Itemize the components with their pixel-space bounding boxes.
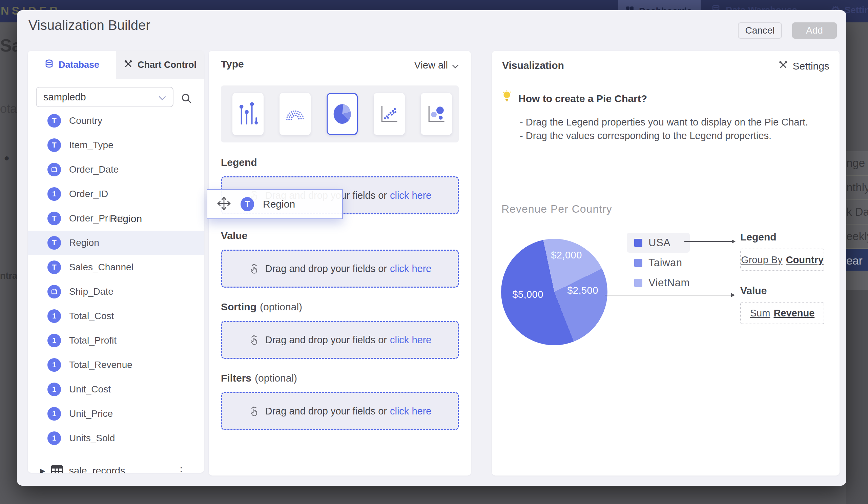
tip-instructions: - Drag the Legend properties you want to…	[520, 115, 808, 142]
tap-hand-icon	[248, 334, 260, 346]
number-field-icon: 1	[48, 407, 61, 421]
text-field-icon: T	[240, 197, 254, 211]
legend-item[interactable]: VietNam	[634, 273, 690, 293]
visualization-panel: Visualization Settings How to create a P…	[492, 51, 839, 475]
chevron-down-icon	[158, 92, 166, 103]
field-row[interactable]: 1 Unit_Cost	[28, 377, 204, 402]
tools-icon	[123, 59, 133, 71]
pie-slice-label: $2,000	[551, 250, 582, 261]
value-dropzone[interactable]: Drag and drop your fields or click here	[221, 250, 459, 288]
chart-type-arc[interactable]	[279, 93, 311, 135]
bg-menu-item: eekly	[846, 224, 868, 249]
field-row[interactable]: T Region	[28, 231, 204, 255]
tab-chart-control[interactable]: Chart Control	[116, 51, 204, 79]
tap-hand-icon	[248, 263, 260, 274]
annotation-legend-box[interactable]: Group By Country	[740, 249, 824, 271]
field-row[interactable]: 1 Total_Revenue	[28, 353, 204, 377]
number-field-icon: 1	[48, 309, 61, 323]
sorting-section-heading: Sorting(optional)	[221, 301, 302, 313]
dropzone-click-here-link[interactable]: click here	[390, 334, 432, 346]
chart-type-strip	[221, 85, 459, 142]
chart-type-lollipop[interactable]	[232, 93, 264, 135]
bg-menu-item: k Date	[846, 200, 868, 224]
dropzone-text: Drag and drop your fields or	[265, 334, 387, 346]
number-field-icon: 1	[48, 383, 61, 396]
tab-label: Database	[59, 60, 99, 70]
dropzone-text: Drag and drop your fields or	[265, 263, 387, 274]
nav-item-label: Settings	[845, 5, 868, 16]
crossed-tools-icon	[778, 60, 788, 72]
database-icon	[44, 59, 54, 71]
table-row-sale-records[interactable]: ▶ sale_records ⋮	[28, 458, 204, 473]
chart-legend: USA Taiwan VietNam	[634, 233, 690, 293]
bg-dropdown-menu: nge nthly k Date eekly ear	[846, 151, 868, 273]
tip-line: - Drag the values corresponding to the L…	[520, 129, 808, 142]
pie-slice-label: $2,500	[567, 285, 598, 296]
bg-text-fragment: ota	[0, 102, 17, 116]
field-row[interactable]: 1 Total_Profit	[28, 328, 204, 353]
tap-hand-icon	[248, 405, 260, 417]
filters-dropzone[interactable]: Drag and drop your fields or click here	[221, 392, 459, 430]
field-row[interactable]: T Country	[28, 109, 204, 133]
settings-button[interactable]: Settings	[778, 60, 829, 72]
view-all-button[interactable]: View all	[414, 60, 459, 71]
legend-swatch	[634, 259, 642, 267]
caret-right-icon[interactable]: ▶	[40, 467, 45, 473]
text-field-icon: T	[48, 114, 61, 128]
chart-title: Revenue Per Country	[502, 203, 612, 215]
tab-database[interactable]: Database	[28, 51, 116, 79]
ghost-field-label: Region	[263, 199, 295, 210]
value-annotation-arrow	[605, 290, 735, 300]
chart-type-pie[interactable]	[327, 93, 358, 135]
field-row[interactable]: 1 Unit_Price	[28, 402, 204, 426]
visualization-heading: Visualization	[502, 60, 564, 71]
table-name: sale_records	[69, 465, 125, 473]
annotation-legend-heading: Legend	[740, 231, 776, 243]
drag-ghost-region[interactable]: T Region	[207, 189, 343, 219]
field-row[interactable]: 1 Order_ID	[28, 182, 204, 206]
dropzone-click-here-link[interactable]: click here	[390, 263, 432, 274]
legend-swatch	[634, 239, 642, 247]
bg-menu-item: nthly	[846, 176, 868, 200]
annotation-value-box[interactable]: Sum Revenue	[740, 302, 824, 324]
legend-label: USA	[649, 237, 671, 249]
legend-label: VietNam	[649, 277, 690, 289]
table-icon	[51, 465, 63, 473]
legend-section-heading: Legend	[221, 157, 260, 168]
tip-line: - Drag the Legend properties you want to…	[520, 115, 808, 129]
legend-item[interactable]: Taiwan	[634, 253, 690, 273]
legend-item[interactable]: USA	[627, 233, 690, 253]
dropzone-text: Drag and drop your fields or	[265, 406, 387, 417]
chevron-down-icon	[452, 60, 459, 71]
datasource-select[interactable]: sampledb	[36, 87, 174, 107]
drag-origin-label: Region	[108, 212, 147, 226]
number-field-icon: 1	[48, 431, 61, 445]
field-list: T Country T Item_Type Order_Date 1 Order…	[28, 109, 204, 451]
bg-fill	[846, 290, 868, 504]
dropzone-click-here-link[interactable]: click here	[390, 190, 432, 201]
field-row[interactable]: 1 Units_Sold	[28, 426, 204, 451]
field-row[interactable]: Ship_Date	[28, 280, 204, 304]
group-by-label: Group By	[741, 254, 783, 265]
field-row[interactable]: T Sales_Channel	[28, 255, 204, 280]
sorting-dropzone[interactable]: Drag and drop your fields or click here	[221, 321, 459, 359]
number-field-icon: 1	[48, 334, 61, 347]
bg-fill	[846, 271, 868, 290]
text-field-icon: T	[48, 212, 61, 225]
group-by-value: Country	[786, 254, 824, 265]
number-field-icon: 1	[48, 187, 61, 201]
chart-type-scatter[interactable]	[374, 93, 405, 135]
view-all-label: View all	[414, 60, 448, 71]
cancel-button[interactable]: Cancel	[738, 22, 782, 39]
visualization-builder-modal: Visualization Builder Cancel Add Databas…	[17, 10, 846, 486]
field-row[interactable]: Order_Date	[28, 158, 204, 182]
kebab-menu-icon[interactable]: ⋮	[176, 465, 187, 473]
field-row[interactable]: 1 Total_Cost	[28, 304, 204, 328]
field-row[interactable]: T Item_Type	[28, 133, 204, 158]
search-icon[interactable]	[179, 91, 194, 106]
chart-type-bubble[interactable]	[421, 93, 452, 135]
add-button[interactable]: Add	[792, 22, 837, 39]
bg-bullet-fragment: •	[4, 150, 9, 167]
dropzone-click-here-link[interactable]: click here	[390, 406, 432, 417]
text-field-icon: T	[48, 138, 61, 152]
